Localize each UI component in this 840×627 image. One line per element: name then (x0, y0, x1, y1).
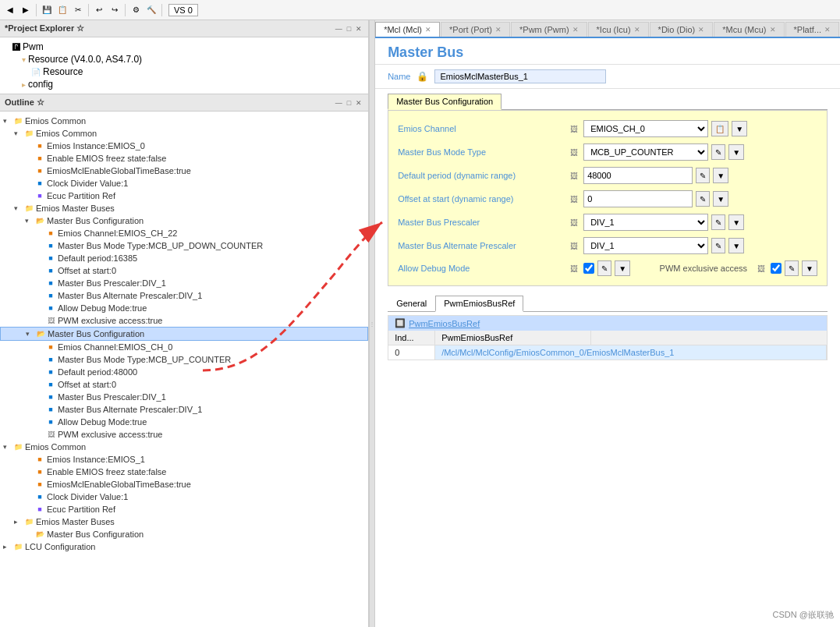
tree-item-config[interactable]: ▸ config (0, 78, 368, 90)
tab-mcl[interactable]: *Mcl (Mcl) ✕ (375, 22, 440, 38)
vs-label[interactable]: VS 0 (168, 4, 198, 16)
emios-channel-btn2[interactable]: ▼ (732, 121, 747, 136)
outline-master-bus-config-1[interactable]: ▾ 📂 Master Bus Configuration (0, 214, 368, 227)
outline-default-period-2[interactable]: ■ Default period:48000 (0, 366, 368, 378)
bottom-tab-general[interactable]: General (388, 296, 435, 311)
pwm-exclusive-checkbox[interactable] (771, 263, 782, 274)
toolbar-icon-5[interactable]: ✂ (71, 3, 85, 17)
offset-input[interactable] (583, 190, 693, 207)
tab-mcl-close[interactable]: ✕ (425, 26, 431, 34)
panel-divider[interactable]: ⋮ (369, 20, 375, 627)
name-input[interactable] (434, 69, 606, 83)
outline-emios-common-1[interactable]: ▾ 📁 Emios Common (0, 115, 368, 127)
outline-prescaler-2[interactable]: ■ Master Bus Prescaler:DIV_1 (0, 391, 368, 403)
toolbar-icon-3[interactable]: 💾 (40, 3, 54, 17)
debug-checkbox[interactable] (583, 263, 594, 274)
tab-pwm-close[interactable]: ✕ (572, 26, 579, 34)
outline-alt-prescaler-1[interactable]: ■ Master Bus Alternate Prescaler:DIV_1 (0, 289, 368, 302)
outline-emios-ch0[interactable]: ■ Emios Channel:EMIOS_CH_0 (0, 341, 368, 353)
outline-emios-ch22[interactable]: ■ Emios Channel:EMIOS_CH_22 (0, 227, 368, 239)
pwm-exclusive-edit-btn[interactable]: ✎ (785, 260, 799, 276)
outline-ecuc-ref[interactable]: ■ Ecuc Partition Ref (0, 190, 368, 202)
pwm-exclusive-down-btn[interactable]: ▼ (802, 260, 817, 276)
toolbar-icon-1[interactable]: ◀ (3, 3, 17, 17)
mode-type-select[interactable]: MCB_UP_COUNTER (583, 143, 708, 161)
minimize-btn[interactable]: — (334, 25, 344, 33)
outline-emios-instance-1[interactable]: ■ Emios Instance:EMIOS_1 (0, 453, 368, 466)
prescaler-icon: 🖼 (568, 216, 580, 228)
maximize-btn[interactable]: □ (346, 25, 353, 33)
tab-platform-close[interactable]: ✕ (824, 26, 831, 34)
alt-prescaler-btn[interactable]: ✎ (711, 238, 725, 253)
outline-debug-2[interactable]: ■ Allow Debug Mode:true (0, 416, 368, 428)
toolbar-icon-9[interactable]: 🔨 (144, 3, 158, 17)
table-row-0[interactable]: 0 /Mcl/Mcl/MclConfig/EmiosCommon_0/Emios… (388, 345, 827, 360)
outline-close[interactable]: ✕ (354, 99, 363, 107)
outline-pwm-exclusive-1[interactable]: 🖼 PWM exclusive access:true (0, 314, 368, 327)
default-period-btn[interactable]: ✎ (696, 168, 710, 183)
outline-default-period-1[interactable]: ■ Default period:16385 (0, 252, 368, 264)
prescaler-btn[interactable]: ✎ (711, 214, 725, 230)
default-period-btn2[interactable]: ▼ (713, 168, 728, 183)
tab-icu-close[interactable]: ✕ (634, 26, 640, 34)
outline-alt-prescaler-2[interactable]: ■ Master Bus Alternate Prescaler:DIV_1 (0, 403, 368, 416)
outline-clock-div2[interactable]: ■ Clock Divider Value:1 (0, 491, 368, 503)
outline-master-buses[interactable]: ▾ 📁 Emios Master Buses (0, 202, 368, 214)
tab-platform[interactable]: *Platf... ✕ (785, 22, 839, 37)
tree-item-resource[interactable]: ▾ Resource (V4.0.0, AS4.7.0) (0, 53, 368, 66)
outline-maximize[interactable]: □ (346, 99, 353, 107)
config-tab-master-bus[interactable]: Master Bus Configuration (388, 94, 502, 110)
outline-clock-div[interactable]: ■ Clock Divider Value:1 (0, 177, 368, 190)
outline-prescaler-1[interactable]: ■ Master Bus Prescaler:DIV_1 (0, 277, 368, 289)
offset-btn2[interactable]: ▼ (713, 191, 728, 207)
mode-type-btn2[interactable]: ▼ (728, 144, 744, 160)
outline-offset-1[interactable]: ■ Offset at start:0 (0, 264, 368, 277)
outline-mode-up-down[interactable]: ■ Master Bus Mode Type:MCB_UP_DOWN_COUNT… (0, 239, 368, 252)
default-period-input[interactable] (583, 167, 693, 184)
outline-master-bus-config-3[interactable]: 📂 Master Bus Configuration (0, 528, 368, 540)
outline-master-bus-config-2[interactable]: ▾ 📂 Master Bus Configuration (0, 327, 368, 341)
tab-port[interactable]: *Port (Port) ✕ (441, 22, 510, 37)
toolbar-icon-2[interactable]: ▶ (19, 3, 33, 17)
close-btn[interactable]: ✕ (354, 25, 363, 33)
outline-minimize[interactable]: — (334, 99, 344, 107)
outline-pwm-exclusive-2[interactable]: 🖼 PWM exclusive access:true (0, 428, 368, 441)
outline-emios-instance-0[interactable]: ■ Emios Instance:EMIOS_0 (0, 140, 368, 152)
bottom-tab-pwm-bus-ref[interactable]: PwmEmiosBusRef (435, 296, 523, 312)
outline-offset-2[interactable]: ■ Offset at start:0 (0, 378, 368, 391)
offset-btn[interactable]: ✎ (696, 191, 710, 207)
prescaler-select[interactable]: DIV_1 (583, 214, 708, 231)
outline-master-buses2[interactable]: ▸ 📁 Emios Master Buses (0, 515, 368, 528)
toolbar-icon-6[interactable]: ↩ (92, 3, 106, 17)
outline-ecuc-ref2[interactable]: ■ Ecuc Partition Ref (0, 503, 368, 515)
emios-channel-select[interactable]: EMIOS_CH_0 (583, 120, 708, 137)
tab-mcu[interactable]: *Mcu (Mcu) ✕ (714, 22, 784, 37)
toolbar-icon-4[interactable]: 📋 (55, 3, 69, 17)
debug-down-btn[interactable]: ▼ (615, 260, 630, 276)
outline-lcu-config[interactable]: ▸ 📁 LCU Configuration (0, 540, 368, 553)
tree-item-resource-file[interactable]: 📄 Resource (0, 66, 368, 78)
tree-item-pwm[interactable]: 🅿 Pwm (0, 41, 368, 53)
outline-debug-1[interactable]: ■ Allow Debug Mode:true (0, 302, 368, 314)
outline-global-timebase2[interactable]: ■ EmiosMclEnableGlobalTimeBase:true (0, 478, 368, 491)
outline-emios-common-2[interactable]: ▾ 📁 Emios Common (0, 441, 368, 453)
toolbar-icon-7[interactable]: ↪ (108, 3, 122, 17)
prescaler-btn2[interactable]: ▼ (728, 214, 744, 230)
tab-dio[interactable]: *Dio (Dio) ✕ (650, 22, 714, 37)
alt-prescaler-btn2[interactable]: ▼ (728, 238, 744, 253)
tab-icu[interactable]: *Icu (Icu) ✕ (588, 22, 649, 37)
outline-emios-common-sub[interactable]: ▾ 📁 Emios Common (0, 127, 368, 140)
tab-port-close[interactable]: ✕ (495, 26, 502, 34)
tab-mcu-close[interactable]: ✕ (770, 26, 776, 34)
emios-channel-btn1[interactable]: 📋 (711, 121, 728, 136)
debug-edit-btn[interactable]: ✎ (597, 260, 611, 276)
outline-enable-emios-freez[interactable]: ■ Enable EMIOS freez state:false (0, 152, 368, 165)
toolbar-icon-8[interactable]: ⚙ (129, 3, 143, 17)
outline-mode-up[interactable]: ■ Master Bus Mode Type:MCB_UP_COUNTER (0, 353, 368, 366)
outline-enable-emios-freez2[interactable]: ■ Enable EMIOS freez state:false (0, 466, 368, 478)
outline-global-timebase[interactable]: ■ EmiosMclEnableGlobalTimeBase:true (0, 165, 368, 177)
alt-prescaler-select[interactable]: DIV_1 (583, 237, 708, 254)
tab-dio-close[interactable]: ✕ (698, 26, 704, 34)
tab-pwm[interactable]: *Pwm (Pwm) ✕ (511, 22, 587, 37)
mode-type-btn[interactable]: ✎ (711, 144, 725, 160)
